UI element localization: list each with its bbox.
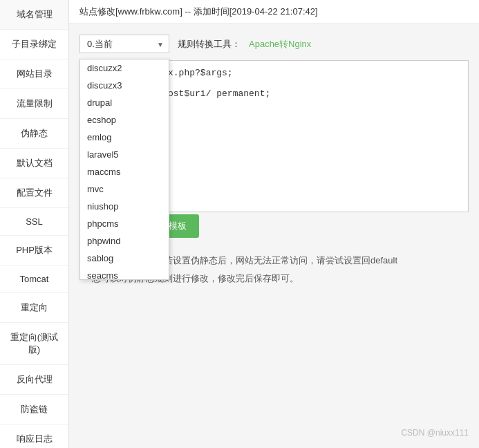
toolbar-row: 0.当前 ▼ discuzx2discuzx3drupalecshopemlog…: [79, 35, 469, 53]
dropdown-item[interactable]: phpcms: [80, 215, 169, 232]
dropdown-item[interactable]: mvc: [80, 180, 169, 198]
topbar: 站点修改[www.frbkw.com] -- 添加时间[2019-04-22 2…: [69, 0, 479, 24]
sidebar-item-tomcat[interactable]: Tomcat: [0, 265, 68, 293]
content-area: 0.当前 ▼ discuzx2discuzx3drupalecshopemlog…: [69, 24, 479, 448]
sidebar-item-access-log[interactable]: 响应日志: [0, 424, 68, 448]
sidebar-item-ssl[interactable]: SSL: [0, 208, 68, 236]
sidebar-item-config[interactable]: 配置文件: [0, 178, 68, 208]
dropdown-item[interactable]: niushop: [80, 198, 169, 215]
rule-tool-link[interactable]: Apache转Nginx: [249, 38, 311, 50]
sidebar-item-domain[interactable]: 域名管理: [0, 0, 68, 30]
sidebar-item-reverse-proxy[interactable]: 反向代理: [0, 365, 68, 395]
app-select[interactable]: 0.当前: [79, 35, 169, 53]
page-title: 站点修改[www.frbkw.com] -- 添加时间[2019-04-22 2…: [79, 6, 318, 17]
sidebar-item-pseudo[interactable]: 伪静态: [0, 119, 68, 149]
sidebar-item-default-doc[interactable]: 默认文档: [0, 149, 68, 178]
watermark: CSDN @niuxx111: [401, 428, 469, 438]
dropdown-item[interactable]: ecshop: [80, 111, 169, 129]
dropdown-item[interactable]: sablog: [80, 250, 169, 267]
sidebar-item-redirect[interactable]: 重定向: [0, 293, 68, 323]
dropdown-list[interactable]: discuzx2discuzx3drupalecshopemloglaravel…: [79, 59, 169, 280]
sidebar: 域名管理 子目录绑定 网站目录 流量限制 伪静态 默认文档 配置文件 SSL P…: [0, 0, 69, 448]
dropdown-item[interactable]: discuzx2: [80, 59, 169, 77]
app-select-wrapper[interactable]: 0.当前 ▼ discuzx2discuzx3drupalecshopemlog…: [79, 35, 169, 53]
sidebar-item-php[interactable]: PHP版本: [0, 236, 68, 265]
sidebar-item-webroot[interactable]: 网站目录: [0, 59, 68, 89]
rule-tool-label: 规则转换工具：: [178, 38, 241, 50]
dropdown-item[interactable]: seacms: [80, 267, 169, 280]
dropdown-item[interactable]: emlog: [80, 129, 169, 146]
dropdown-item[interactable]: maccms: [80, 163, 169, 180]
sidebar-item-traffic[interactable]: 流量限制: [0, 89, 68, 119]
dropdown-item[interactable]: laravel5: [80, 146, 169, 163]
sidebar-item-subdir[interactable]: 子目录绑定: [0, 30, 68, 59]
dropdown-item[interactable]: phpwind: [80, 232, 169, 250]
sidebar-item-anti-leech[interactable]: 防盗链: [0, 395, 68, 424]
dropdown-item[interactable]: discuzx3: [80, 77, 169, 94]
sidebar-item-redirect-test[interactable]: 重定向(测试版): [0, 323, 68, 365]
dropdown-item[interactable]: drupal: [80, 94, 169, 111]
main-panel: 站点修改[www.frbkw.com] -- 添加时间[2019-04-22 2…: [69, 0, 479, 448]
